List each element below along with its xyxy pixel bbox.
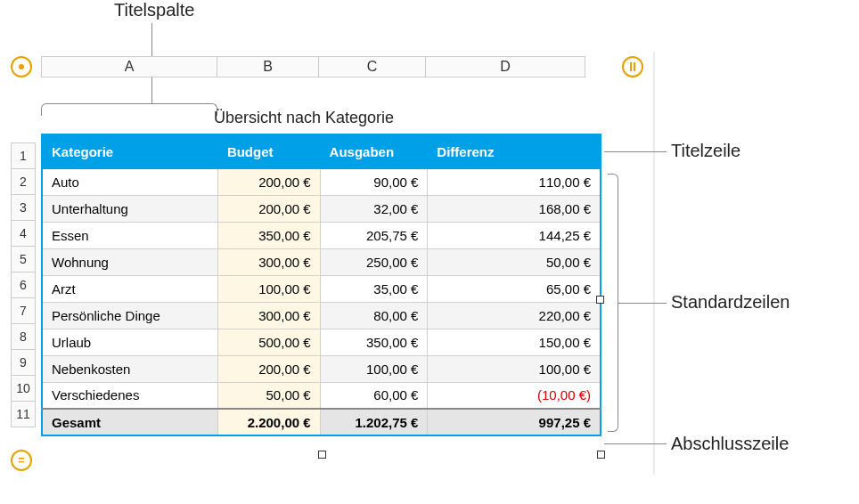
cell-differenz[interactable]: 168,00 €	[428, 195, 601, 222]
row-number[interactable]: 1	[11, 142, 36, 169]
cell-ausgaben[interactable]: 100,00 €	[320, 355, 428, 382]
footer-differenz[interactable]: 997,25 €	[428, 409, 601, 435]
scroll-edge	[653, 52, 655, 475]
row-number-strip: 1 2 3 4 5 6 7 8 9 10 11	[11, 142, 36, 427]
add-column-button[interactable]	[622, 56, 643, 77]
table-row: Auto200,00 €90,00 €110,00 €	[42, 168, 601, 195]
row-number[interactable]: 5	[11, 246, 36, 272]
table-row: Wohnung300,00 €250,00 €50,00 €	[42, 248, 601, 275]
cell-ausgaben[interactable]: 205,75 €	[320, 222, 428, 248]
cell-budget[interactable]: 300,00 €	[217, 302, 320, 329]
table-title[interactable]: Übersicht nach Kategorie	[214, 109, 394, 127]
cell-ausgaben[interactable]: 60,00 €	[320, 382, 428, 409]
table-row: Arzt100,00 €35,00 €65,00 €	[42, 275, 601, 302]
bracket-standardzeilen	[608, 174, 618, 432]
selection-handle[interactable]	[318, 451, 326, 459]
cell-ausgaben[interactable]: 250,00 €	[320, 248, 428, 275]
header-budget[interactable]: Budget	[217, 134, 320, 168]
selection-handle[interactable]	[596, 296, 604, 304]
cell-ausgaben[interactable]: 80,00 €	[320, 302, 428, 329]
column-header-strip: A B C D	[41, 56, 585, 77]
cell-differenz[interactable]: 150,00 €	[428, 329, 601, 355]
callout-abschlusszeile: Abschlusszeile	[671, 434, 789, 454]
cell-differenz[interactable]: 65,00 €	[428, 275, 601, 302]
callout-standardzeilen: Standardzeilen	[671, 292, 789, 313]
row-number[interactable]: 7	[11, 297, 36, 324]
cell-budget[interactable]: 100,00 €	[217, 275, 320, 302]
footer-label[interactable]: Gesamt	[42, 409, 217, 435]
footer-ausgaben[interactable]: 1.202,75 €	[320, 409, 428, 435]
cell-budget[interactable]: 50,00 €	[217, 382, 320, 409]
cell-differenz[interactable]: 110,00 €	[428, 168, 601, 195]
row-number[interactable]: 11	[11, 401, 36, 427]
cell-ausgaben[interactable]: 32,00 €	[320, 195, 428, 222]
header-differenz[interactable]: Differenz	[428, 134, 601, 168]
cell-ausgaben[interactable]: 350,00 €	[320, 329, 428, 355]
row-number[interactable]: 6	[11, 272, 36, 298]
cell-kategorie[interactable]: Arzt	[42, 275, 217, 302]
table-row: Unterhaltung200,00 €32,00 €168,00 €	[42, 195, 601, 222]
footer-row: Gesamt 2.200,00 € 1.202,75 € 997,25 €	[42, 409, 601, 435]
column-header-b[interactable]: B	[217, 56, 319, 77]
cell-ausgaben[interactable]: 90,00 €	[320, 168, 428, 195]
cell-budget[interactable]: 350,00 €	[217, 222, 320, 248]
callout-line	[604, 151, 667, 152]
table-row: Urlaub500,00 €350,00 €150,00 €	[42, 329, 601, 355]
budget-table: Kategorie Budget Ausgaben Differenz Auto…	[41, 134, 601, 436]
table-body: Auto200,00 €90,00 €110,00 €Unterhaltung2…	[42, 168, 601, 409]
spreadsheet-annotated-view: Titelspalte = A B C D 1 2 3 4 5 6 7 8 9 …	[0, 0, 859, 504]
column-header-c[interactable]: C	[318, 56, 426, 77]
row-number[interactable]: 4	[11, 220, 36, 247]
footer-budget[interactable]: 2.200,00 €	[217, 409, 320, 435]
callout-line	[604, 443, 667, 444]
cell-kategorie[interactable]: Auto	[42, 168, 217, 195]
header-row: Kategorie Budget Ausgaben Differenz	[42, 134, 601, 168]
callout-line	[618, 303, 667, 304]
cell-kategorie[interactable]: Wohnung	[42, 248, 217, 275]
cell-kategorie[interactable]: Persönliche Dinge	[42, 302, 217, 329]
cell-budget[interactable]: 200,00 €	[217, 168, 320, 195]
cell-differenz[interactable]: 100,00 €	[428, 355, 601, 382]
selection-handle[interactable]	[597, 451, 605, 459]
cell-budget[interactable]: 200,00 €	[217, 355, 320, 382]
row-number[interactable]: 3	[11, 194, 36, 221]
table-menu-button[interactable]	[11, 56, 32, 77]
cell-kategorie[interactable]: Unterhaltung	[42, 195, 217, 222]
table-row: Persönliche Dinge300,00 €80,00 €220,00 €	[42, 302, 601, 329]
cell-differenz[interactable]: 50,00 €	[428, 248, 601, 275]
cell-ausgaben[interactable]: 35,00 €	[320, 275, 428, 302]
bracket-titelspalte	[41, 103, 217, 116]
cell-kategorie[interactable]: Verschiedenes	[42, 382, 217, 409]
cell-budget[interactable]: 300,00 €	[217, 248, 320, 275]
cell-differenz[interactable]: (10,00 €)	[428, 382, 601, 409]
add-row-button[interactable]: =	[11, 450, 32, 471]
cell-differenz[interactable]: 220,00 €	[428, 302, 601, 329]
header-kategorie[interactable]: Kategorie	[42, 134, 217, 168]
row-number[interactable]: 9	[11, 349, 36, 376]
cell-kategorie[interactable]: Urlaub	[42, 329, 217, 355]
column-header-a[interactable]: A	[41, 56, 217, 77]
callout-titelzeile: Titelzeile	[671, 141, 740, 161]
cell-differenz[interactable]: 144,25 €	[428, 222, 601, 248]
cell-kategorie[interactable]: Nebenkosten	[42, 355, 217, 382]
row-number[interactable]: 2	[11, 168, 36, 195]
cell-kategorie[interactable]: Essen	[42, 222, 217, 248]
table-row: Essen350,00 €205,75 €144,25 €	[42, 222, 601, 248]
row-number[interactable]: 8	[11, 323, 36, 350]
header-ausgaben[interactable]: Ausgaben	[320, 134, 428, 168]
callout-titelspalte: Titelspalte	[114, 0, 194, 20]
cell-budget[interactable]: 500,00 €	[217, 329, 320, 355]
table-row: Nebenkosten200,00 €100,00 €100,00 €	[42, 355, 601, 382]
column-header-d[interactable]: D	[425, 56, 585, 77]
table-row: Verschiedenes50,00 €60,00 €(10,00 €)	[42, 382, 601, 409]
cell-budget[interactable]: 200,00 €	[217, 195, 320, 222]
row-number[interactable]: 10	[11, 375, 36, 402]
